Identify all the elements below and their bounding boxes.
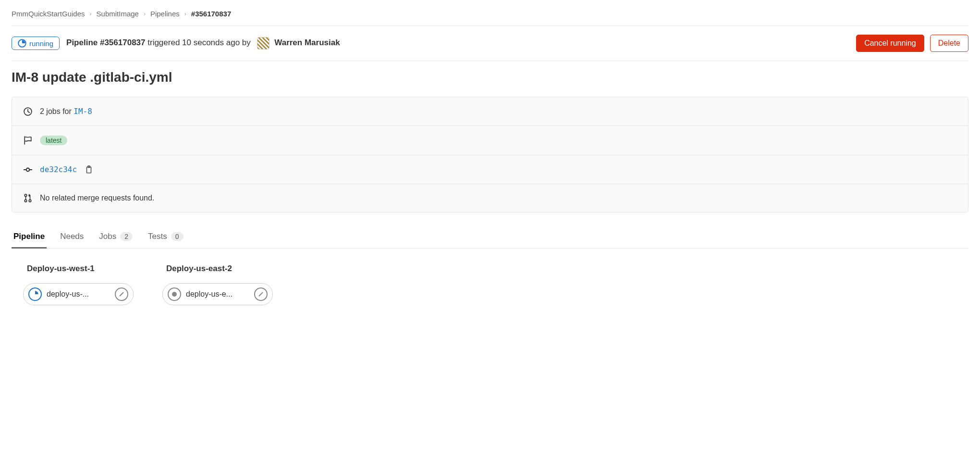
stage: Deploy-us-west-1 deploy-us-... [23, 264, 134, 305]
cancel-job-button[interactable] [254, 287, 268, 301]
commit-row: de32c34c [12, 155, 968, 184]
tab-needs[interactable]: Needs [58, 226, 86, 249]
breadcrumb: PmmQuickStartGuides › SubmitImage › Pipe… [12, 8, 968, 25]
merge-requests-row: No related merge requests found. [12, 184, 968, 212]
delete-button[interactable]: Delete [930, 35, 968, 52]
job-name: deploy-us-e... [186, 290, 249, 299]
job-pill[interactable]: deploy-us-... [23, 283, 134, 305]
tag-badge[interactable]: latest [40, 136, 67, 145]
clipboard-icon[interactable] [85, 165, 93, 174]
breadcrumb-item[interactable]: PmmQuickStartGuides [12, 10, 85, 18]
pipeline-header: running Pipeline #356170837 triggered 10… [12, 26, 968, 61]
merge-request-icon [24, 194, 32, 202]
breadcrumb-item[interactable]: Pipelines [150, 10, 180, 18]
jobs-text: 2 jobs for [40, 107, 74, 115]
tab-count: 0 [171, 232, 184, 241]
commit-icon [24, 165, 32, 174]
svg-point-9 [29, 200, 31, 202]
tag-row: latest [12, 126, 968, 155]
user-name[interactable]: Warren Marusiak [274, 38, 340, 47]
tab-jobs[interactable]: Jobs 2 [97, 226, 135, 249]
tab-label: Tests [148, 232, 167, 241]
info-card: 2 jobs for IM-8 latest de32c34c No relat… [12, 97, 968, 212]
triggered-text: triggered 10 seconds ago by [147, 38, 251, 47]
avatar[interactable] [257, 37, 270, 50]
tab-label: Jobs [99, 232, 116, 241]
jobs-row: 2 jobs for IM-8 [12, 97, 968, 126]
flag-icon [24, 136, 32, 145]
chevron-right-icon: › [90, 11, 92, 17]
svg-line-11 [120, 292, 123, 296]
svg-line-12 [259, 292, 263, 296]
pipeline-id: Pipeline #356170837 [66, 38, 145, 47]
running-icon [18, 39, 26, 48]
status-text: running [29, 39, 53, 48]
stage: Deploy-us-east-2 deploy-us-e... [162, 264, 273, 305]
breadcrumb-item[interactable]: SubmitImage [97, 10, 139, 18]
job-pill[interactable]: deploy-us-e... [162, 283, 273, 305]
cancel-icon [118, 291, 125, 298]
trigger-info: Pipeline #356170837 triggered 10 seconds… [66, 37, 340, 50]
page-title: IM-8 update .gitlab-ci.yml [12, 61, 968, 97]
merge-requests-text: No related merge requests found. [40, 194, 154, 202]
tab-count: 2 [120, 232, 133, 241]
svg-point-7 [24, 194, 27, 197]
breadcrumb-current: #356170837 [191, 10, 231, 18]
pipeline-stages: Deploy-us-west-1 deploy-us-... Deploy-us… [12, 249, 968, 317]
svg-point-8 [24, 200, 27, 202]
commit-link[interactable]: de32c34c [40, 165, 77, 174]
branch-link[interactable]: IM-8 [74, 107, 92, 116]
job-name: deploy-us-... [47, 290, 110, 299]
header-actions: Cancel running Delete [856, 35, 968, 52]
clock-icon [24, 107, 32, 116]
tab-label: Pipeline [13, 232, 45, 241]
chevron-right-icon: › [144, 11, 146, 17]
tab-label: Needs [60, 232, 84, 241]
running-icon [28, 287, 42, 301]
chevron-right-icon: › [184, 11, 186, 17]
header-left: running Pipeline #356170837 triggered 10… [12, 37, 340, 50]
stage-name[interactable]: Deploy-us-east-2 [162, 264, 273, 274]
status-badge-running[interactable]: running [12, 37, 60, 50]
tab-pipeline[interactable]: Pipeline [12, 226, 47, 249]
jobs-info: 2 jobs for IM-8 [40, 107, 92, 116]
cancel-icon [257, 291, 264, 298]
stage-name[interactable]: Deploy-us-west-1 [23, 264, 134, 274]
tabs: Pipeline Needs Jobs 2 Tests 0 [12, 226, 968, 249]
svg-point-2 [26, 168, 30, 171]
cancel-running-button[interactable]: Cancel running [856, 35, 924, 52]
cancel-job-button[interactable] [115, 287, 128, 301]
created-icon [168, 287, 181, 301]
tab-tests[interactable]: Tests 0 [146, 226, 185, 249]
